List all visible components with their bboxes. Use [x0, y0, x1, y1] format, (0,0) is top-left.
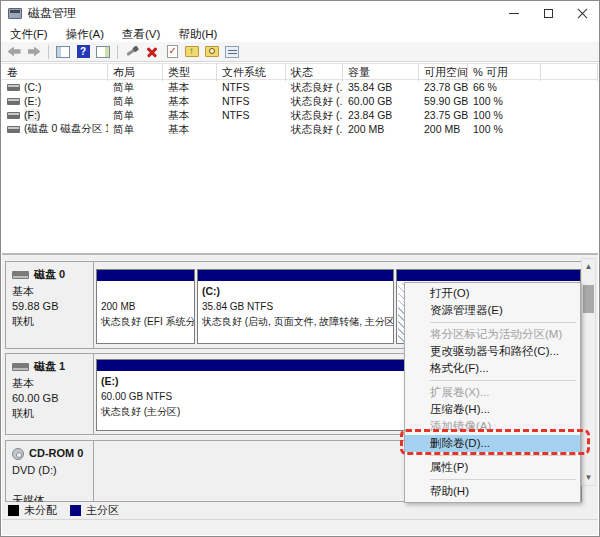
partition-size: 35.84 GB NTFS — [202, 299, 389, 314]
disk-size: 60.00 GB — [12, 391, 93, 406]
legend-primary-label: 主分区 — [86, 503, 119, 518]
disk-size: 59.88 GB — [12, 299, 93, 314]
volume-name: (C:) — [24, 81, 42, 93]
cdrom-icon — [12, 448, 24, 460]
help-icon[interactable]: ? — [75, 44, 91, 60]
volume-icon — [7, 84, 20, 91]
maximize-button[interactable] — [531, 1, 565, 26]
partition-color-bar — [198, 270, 393, 282]
toolbar-separator — [48, 45, 49, 59]
red-highlight-annotation — [400, 429, 590, 455]
minimize-button[interactable] — [497, 1, 531, 26]
cell-fs: NTFS — [217, 94, 286, 108]
menu-item-change-letter[interactable]: 更改驱动器号和路径(C)... — [405, 343, 580, 360]
col-type[interactable]: 类型 — [163, 64, 217, 81]
menu-item-properties[interactable]: 属性(P) — [405, 459, 580, 476]
cell-pct: 100 % — [468, 122, 541, 136]
cell-fs: NTFS — [217, 108, 286, 122]
menu-view[interactable]: 查看(V) — [113, 26, 169, 42]
menu-item-help[interactable]: 帮助(H) — [405, 483, 580, 500]
cell-layout: 简单 — [108, 122, 163, 136]
folder-up-icon[interactable]: ↑ — [184, 44, 200, 60]
menu-item-format[interactable]: 格式化(F)... — [405, 360, 580, 377]
menu-help[interactable]: 帮助(H) — [169, 26, 226, 42]
disk-icon — [12, 271, 29, 279]
disk-status: 联机 — [12, 406, 93, 421]
check-document-icon[interactable] — [164, 44, 180, 60]
table-row[interactable]: (F:) 简单 基本 NTFS 状态良好 (... 23.84 GB 23.75… — [2, 108, 598, 122]
toolbar: ? ↑ — [1, 42, 599, 62]
menu-item-mark-active: 将分区标记为活动分区(M) — [405, 326, 580, 343]
volume-icon — [7, 112, 20, 119]
col-layout[interactable]: 布局 — [108, 64, 163, 81]
cell-status: 状态良好 (... — [286, 94, 343, 108]
menu-separator — [405, 377, 580, 384]
title-bar: 磁盘管理 — [1, 1, 599, 26]
cell-layout: 简单 — [108, 94, 163, 108]
partition-status: 状态良好 (启动, 页面文件, 故障转储, 主分区) — [202, 314, 389, 329]
cell-type: 基本 — [163, 122, 217, 136]
partition-efi[interactable]: 200 MB 状态良好 (EFI 系统分 — [96, 269, 195, 344]
cell-pct: 100 % — [468, 94, 541, 108]
cell-type: 基本 — [163, 94, 217, 108]
disk-name: 磁盘 0 — [34, 267, 65, 282]
col-volume[interactable]: 卷 — [2, 64, 108, 81]
cell-free: 23.78 GB — [419, 80, 468, 94]
col-status[interactable]: 状态 — [286, 64, 343, 81]
volume-table-header: 卷 布局 类型 文件系统 状态 容量 可用空间 % 可用 — [2, 63, 598, 80]
legend-bar: 未分配 主分区 — [3, 502, 597, 519]
scrollbar-thumb[interactable] — [583, 285, 594, 313]
menu-item-open[interactable]: 打开(O) — [405, 285, 580, 302]
menu-bar: 文件(F) 操作(A) 查看(V) 帮助(H) — [1, 26, 599, 42]
table-row[interactable]: (磁盘 0 磁盘分区 1) 简单 基本 状态良好 (... 200 MB 200… — [2, 122, 598, 136]
col-pct-free[interactable]: % 可用 — [468, 64, 541, 81]
legend-primary-swatch — [70, 505, 81, 516]
delete-icon[interactable] — [144, 44, 160, 60]
app-icon — [8, 8, 22, 19]
cdrom-drive: DVD (D:) — [12, 463, 93, 478]
col-free-space[interactable]: 可用空间 — [419, 64, 468, 81]
cell-capacity: 60.00 GB — [343, 94, 419, 108]
table-row[interactable]: (C:) 简单 基本 NTFS 状态良好 (... 35.84 GB 23.78… — [2, 80, 598, 94]
legend-unallocated-swatch — [8, 505, 19, 516]
scroll-up-icon[interactable]: ▲ — [582, 259, 595, 274]
menu-separator — [405, 319, 580, 326]
disk-1-label[interactable]: 磁盘 1 基本 60.00 GB 联机 — [6, 354, 94, 434]
volume-name: (磁盘 0 磁盘分区 1) — [24, 122, 108, 136]
volume-name: (E:) — [24, 95, 41, 107]
folder-search-icon[interactable] — [204, 44, 220, 60]
disk-management-window: 磁盘管理 文件(F) 操作(A) 查看(V) 帮助(H) ? ↑ 卷 布局 — [0, 0, 600, 537]
menu-item-shrink[interactable]: 压缩卷(H)... — [405, 401, 580, 418]
window-title: 磁盘管理 — [28, 5, 76, 22]
volume-icon — [7, 98, 20, 105]
menu-action[interactable]: 操作(A) — [57, 26, 113, 42]
volume-name: (F:) — [24, 109, 40, 121]
table-row[interactable]: (E:) 简单 基本 NTFS 状态良好 (... 60.00 GB 59.90… — [2, 94, 598, 108]
scroll-down-icon[interactable]: ▼ — [582, 470, 595, 485]
menu-item-extend: 扩展卷(X)... — [405, 384, 580, 401]
menu-separator — [405, 476, 580, 483]
disk-name: 磁盘 1 — [34, 359, 65, 374]
col-capacity[interactable]: 容量 — [343, 64, 419, 81]
properties-icon[interactable] — [224, 44, 240, 60]
cell-layout: 简单 — [108, 108, 163, 122]
partition-color-bar — [397, 270, 580, 282]
forward-icon[interactable] — [26, 44, 42, 60]
partition-name — [101, 284, 190, 299]
action-pane-icon[interactable] — [95, 44, 111, 60]
cdrom-label[interactable]: CD-ROM 0 DVD (D:) 无媒体 — [6, 441, 94, 501]
console-tree-icon[interactable] — [55, 44, 71, 60]
partition-c[interactable]: (C:) 35.84 GB NTFS 状态良好 (启动, 页面文件, 故障转储,… — [197, 269, 394, 344]
disk-0-label[interactable]: 磁盘 0 基本 59.88 GB 联机 — [6, 262, 94, 348]
wand-icon[interactable] — [124, 44, 140, 60]
menu-item-explorer[interactable]: 资源管理器(E) — [405, 302, 580, 319]
cell-capacity: 35.84 GB — [343, 80, 419, 94]
cell-free: 59.90 GB — [419, 94, 468, 108]
close-button[interactable] — [565, 1, 599, 26]
volume-icon — [7, 126, 20, 133]
cell-fs: NTFS — [217, 80, 286, 94]
menu-file[interactable]: 文件(F) — [1, 26, 57, 42]
col-filesystem[interactable]: 文件系统 — [217, 64, 286, 81]
back-icon[interactable] — [6, 44, 22, 60]
cell-pct: 100 % — [468, 108, 541, 122]
